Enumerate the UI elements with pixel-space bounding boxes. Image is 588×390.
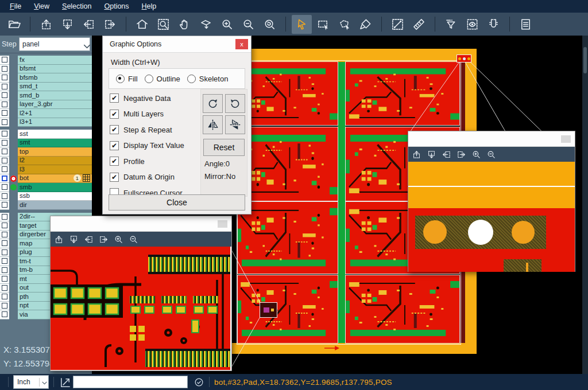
- move-view-button[interactable]: [196, 15, 216, 34]
- layer-checkbox[interactable]: [0, 221, 9, 231]
- checkbox-datum-origin[interactable]: ✔Datum & Origin: [110, 173, 184, 182]
- menu-selection[interactable]: Selection: [56, 0, 98, 13]
- layer-label[interactable]: ssb: [18, 192, 92, 201]
- report-button[interactable]: [516, 15, 536, 34]
- radio-skeleton[interactable]: Skeleton: [187, 75, 229, 83]
- layer-row-sst[interactable]: sst: [0, 130, 92, 139]
- layer-checkbox[interactable]: [0, 266, 9, 275]
- filter-button[interactable]: [441, 15, 461, 34]
- pan-up-button[interactable]: [412, 150, 421, 159]
- snap-button[interactable]: [483, 15, 504, 34]
- step-select[interactable]: panel: [19, 37, 90, 51]
- unit-select[interactable]: Inch: [13, 375, 49, 389]
- layer-checkbox[interactable]: [0, 147, 9, 157]
- zoom-previous-button[interactable]: [260, 15, 280, 34]
- menu-view[interactable]: View: [28, 0, 56, 13]
- layer-checkbox[interactable]: [0, 109, 9, 118]
- layer-label[interactable]: sst: [18, 130, 92, 139]
- command-input[interactable]: [73, 376, 188, 388]
- layer-checkbox[interactable]: [0, 73, 9, 83]
- layer-label[interactable]: l3+1: [18, 118, 92, 127]
- layer-checkbox[interactable]: [0, 239, 9, 248]
- layer-label[interactable]: smd_t: [18, 83, 92, 92]
- pan-left-button[interactable]: [84, 235, 94, 244]
- layer-checkbox[interactable]: [0, 310, 9, 319]
- graphic-options-dialog[interactable]: Graphic Options x Width (Ctrl+W) FillOut…: [102, 36, 252, 214]
- layer-row-l2[interactable]: l2: [0, 157, 92, 166]
- layer-label[interactable]: bot1: [18, 174, 92, 184]
- rect-select-button[interactable]: [313, 15, 333, 34]
- magnifier-2-titlebar[interactable]: [51, 216, 231, 232]
- pan-hand-button[interactable]: [175, 15, 195, 34]
- window-button[interactable]: [218, 220, 227, 228]
- layer-label[interactable]: l2: [18, 157, 92, 166]
- layer-label[interactable]: bfsmt: [18, 65, 92, 74]
- reset-button[interactable]: Reset: [203, 139, 245, 156]
- dialog-titlebar[interactable]: Graphic Options x: [103, 36, 251, 53]
- close-button[interactable]: Close: [109, 194, 245, 210]
- layer-checkbox[interactable]: [0, 157, 9, 166]
- layer-row-bot[interactable]: bot1: [0, 174, 92, 184]
- zoom-out-button[interactable]: [129, 235, 138, 244]
- zoom-in-button[interactable]: [114, 235, 123, 244]
- layer-row-l2+1[interactable]: l2+1: [0, 109, 92, 118]
- layer-checkbox[interactable]: [0, 284, 9, 293]
- ruler-button[interactable]: [409, 15, 429, 34]
- layer-checkbox[interactable]: [0, 192, 9, 201]
- home-button[interactable]: [132, 15, 152, 34]
- zoom-area-button[interactable]: [153, 15, 173, 34]
- layer-checkbox[interactable]: [0, 83, 9, 92]
- pan-right-button[interactable]: [457, 150, 466, 159]
- polygon-select-button[interactable]: [334, 15, 354, 34]
- checkbox-step-repeat[interactable]: ✔Step & Repeat: [110, 125, 184, 134]
- open-folder-button[interactable]: [4, 15, 24, 34]
- checkbox-negative-data[interactable]: ✔Negative Data: [110, 93, 184, 103]
- layer-checkbox[interactable]: [0, 231, 9, 240]
- layer-row-dir[interactable]: dir: [0, 201, 92, 210]
- layer-row-fx[interactable]: fx: [0, 56, 92, 65]
- layer-label[interactable]: dir: [18, 201, 92, 210]
- rotate-cw-button[interactable]: [203, 94, 223, 113]
- layer-checkbox[interactable]: [0, 302, 9, 311]
- layer-label[interactable]: fx: [18, 56, 92, 65]
- mirror-v-button[interactable]: [203, 115, 223, 134]
- corner-measure-icon[interactable]: [59, 376, 71, 388]
- layer-row-smd_b[interactable]: smd_b: [0, 91, 92, 100]
- magnifier-1-titlebar[interactable]: [408, 131, 575, 147]
- layer-row-smd_t[interactable]: smd_t: [0, 83, 92, 92]
- mirror-h-button[interactable]: [225, 115, 245, 134]
- zoom-in-button[interactable]: [217, 15, 237, 34]
- brush-button[interactable]: [355, 15, 376, 34]
- layer-label[interactable]: top: [18, 147, 92, 157]
- checkbox-display-text-value[interactable]: ✔Display Text Value: [110, 141, 184, 150]
- pan-down-button[interactable]: [69, 235, 79, 244]
- layer-checkbox[interactable]: [0, 275, 9, 284]
- menu-file[interactable]: File: [3, 0, 28, 13]
- layer-checkbox[interactable]: [0, 257, 9, 266]
- rotate-ccw-button[interactable]: [225, 94, 245, 113]
- zoom-out-button[interactable]: [486, 150, 496, 159]
- grid-icon[interactable]: [83, 174, 90, 182]
- layer-label[interactable]: l2+1: [18, 109, 92, 118]
- layer-row-ssb[interactable]: ssb: [0, 192, 92, 201]
- layer-checkbox[interactable]: [0, 183, 9, 192]
- layer-row-bfsmb[interactable]: bfsmb: [0, 73, 92, 83]
- layer-checkbox[interactable]: [0, 56, 9, 65]
- radio-outline[interactable]: Outline: [145, 75, 180, 83]
- layer-row-bfsmt[interactable]: bfsmt: [0, 65, 92, 74]
- window-button[interactable]: [561, 135, 571, 143]
- magnifier-window-2[interactable]: [50, 216, 232, 371]
- pan-right-button[interactable]: [99, 235, 109, 244]
- layer-checkbox[interactable]: [0, 174, 9, 184]
- layer-label[interactable]: l3: [18, 165, 92, 174]
- pan-right-button[interactable]: [100, 15, 120, 34]
- layer-row-l3+1[interactable]: l3+1: [0, 118, 92, 127]
- pan-up-button[interactable]: [36, 15, 56, 34]
- layer-row-smb[interactable]: smb: [0, 183, 92, 192]
- pan-left-button[interactable]: [442, 150, 451, 159]
- layer-label[interactable]: smb: [18, 183, 92, 192]
- pan-left-button[interactable]: [79, 15, 99, 34]
- layer-checkbox[interactable]: [0, 91, 9, 100]
- radio-fill[interactable]: Fill: [116, 75, 138, 83]
- layer-checkbox[interactable]: [0, 139, 9, 148]
